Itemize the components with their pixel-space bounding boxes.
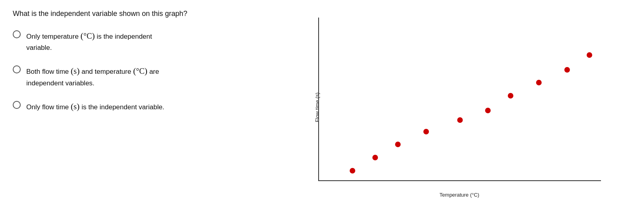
scatter-dot	[350, 168, 355, 174]
scatter-dot	[536, 80, 542, 85]
scatter-dot	[372, 155, 378, 160]
radio-2[interactable]	[13, 65, 21, 73]
radio-3[interactable]	[13, 101, 21, 109]
option-3[interactable]: Only flow time (s) is the independent va…	[13, 100, 260, 113]
scatter-dot	[457, 117, 463, 123]
scatter-dot	[395, 142, 401, 147]
scatter-dot	[423, 129, 429, 134]
option-1[interactable]: Only temperature (°C) is the independent…	[13, 29, 260, 53]
scatter-dot	[508, 93, 513, 99]
scatter-chart: Flow time (s) Temperature (°C)	[298, 14, 609, 201]
options-list: Only temperature (°C) is the independent…	[13, 29, 260, 113]
left-panel: What is the independent variable shown o…	[13, 10, 260, 201]
option-1-text: Only temperature (°C) is the independent…	[26, 29, 152, 53]
option-3-text: Only flow time (s) is the independent va…	[26, 100, 164, 113]
scatter-dot	[485, 108, 491, 113]
chart-area	[318, 18, 601, 181]
option-2[interactable]: Both flow time (s) and temperature (°C) …	[13, 64, 260, 88]
main-layout: What is the independent variable shown o…	[13, 10, 631, 201]
option-2-text: Both flow time (s) and temperature (°C) …	[26, 64, 159, 88]
question-text: What is the independent variable shown o…	[13, 10, 260, 18]
scatter-dot	[587, 52, 592, 58]
radio-1[interactable]	[13, 30, 21, 38]
x-axis-label: Temperature (°C)	[318, 192, 601, 198]
scatter-dot	[564, 67, 570, 73]
right-panel: Flow time (s) Temperature (°C)	[276, 10, 631, 201]
